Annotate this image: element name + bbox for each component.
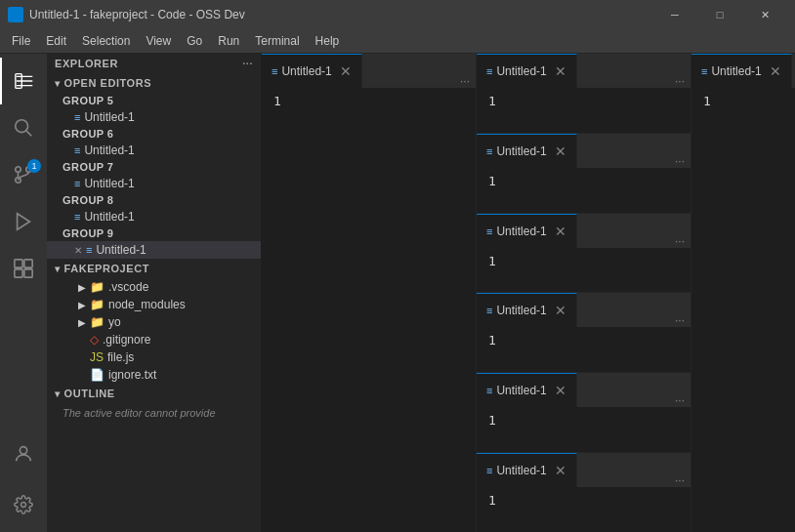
mini-tab-close-2[interactable]: ✕	[555, 143, 566, 159]
filejs-label: file.js	[107, 350, 134, 364]
close-icon-g9[interactable]: ✕	[74, 245, 82, 256]
col1-tab-bar: ≡ Untitled-1 ✕ ···	[262, 54, 476, 88]
folder-icon-node-modules: 📁	[90, 298, 105, 311]
mini-editor-2: ≡ Untitled-1 ✕ ··· 1	[477, 134, 690, 214]
menu-file[interactable]: File	[4, 32, 38, 50]
tree-yo[interactable]: ▶ 📁 yo	[47, 313, 261, 331]
mini-tab-5[interactable]: ≡ Untitled-1 ✕	[477, 373, 577, 407]
mini-content-4: 1	[477, 327, 690, 372]
mini-content-3: 1	[477, 248, 690, 293]
group7-filename: Untitled-1	[84, 177, 134, 190]
mini-tab-bar-2: ≡ Untitled-1 ✕ ···	[477, 134, 690, 168]
menu-bar: File Edit Selection View Go Run Terminal…	[0, 29, 795, 54]
col1-tab[interactable]: ≡ Untitled-1 ✕	[262, 54, 362, 88]
mini-tab-actions-6[interactable]: ···	[675, 473, 690, 487]
outline-label: OUTLINE	[64, 388, 115, 399]
yo-label: yo	[108, 315, 121, 329]
group5-filename: Untitled-1	[84, 110, 134, 124]
mini-editor-5: ≡ Untitled-1 ✕ ··· 1	[477, 373, 690, 453]
close-button[interactable]: ✕	[742, 0, 787, 29]
tree-ignoretxt[interactable]: 📄 ignore.txt	[47, 366, 261, 384]
restore-button[interactable]: □	[697, 0, 742, 29]
group-6-label: GROUP 6	[47, 126, 261, 142]
menu-terminal[interactable]: Terminal	[247, 32, 307, 50]
title-bar: Untitled-1 - fakeproject - Code - OSS De…	[0, 0, 795, 29]
col3-content: 1	[691, 88, 795, 532]
minimize-button[interactable]: ─	[652, 0, 697, 29]
activity-settings[interactable]	[0, 481, 47, 528]
activity-extensions[interactable]	[0, 245, 47, 292]
mini-tab-6[interactable]: ≡ Untitled-1 ✕	[477, 453, 577, 487]
tree-node-modules[interactable]: ▶ 📁 node_modules	[47, 296, 261, 313]
mini-tab-2[interactable]: ≡ Untitled-1 ✕	[477, 134, 577, 168]
explorer-header[interactable]: EXPLORER ···	[47, 54, 261, 73]
file-icon-g9: ≡	[86, 244, 92, 256]
mini-tab-close-6[interactable]: ✕	[555, 463, 566, 478]
menu-view[interactable]: View	[138, 32, 179, 50]
mini-tab-icon-5: ≡	[486, 385, 492, 396]
group6-file[interactable]: ≡ Untitled-1	[47, 142, 261, 159]
tree-vscode[interactable]: ▶ 📁 .vscode	[47, 278, 261, 296]
mini-content-6: 1	[477, 487, 690, 532]
mini-tab-close-1[interactable]: ✕	[555, 63, 566, 79]
group5-file[interactable]: ≡ Untitled-1	[47, 108, 261, 126]
tree-filejs[interactable]: JS file.js	[47, 348, 261, 366]
project-arrow: ▾	[55, 264, 61, 274]
mini-tab-actions-1[interactable]: ···	[675, 74, 690, 88]
activity-account[interactable]	[0, 430, 47, 477]
group9-file[interactable]: ✕ ≡ Untitled-1	[47, 241, 261, 259]
mini-tab-bar-6: ≡ Untitled-1 ✕ ···	[477, 453, 690, 487]
activity-source-control[interactable]: 1	[0, 151, 47, 198]
svg-rect-9	[24, 260, 32, 267]
mini-tab-close-3[interactable]: ✕	[555, 224, 566, 239]
svg-point-13	[21, 503, 26, 508]
activity-bar: 1	[0, 54, 47, 532]
col3-tab[interactable]: ≡ Untitled-1 ✕	[691, 54, 792, 88]
outline-empty-text: The active editor cannot provide	[47, 403, 261, 423]
col1-tab-close[interactable]: ✕	[340, 63, 352, 79]
mini-tab-actions-2[interactable]: ···	[675, 154, 690, 168]
menu-help[interactable]: Help	[308, 32, 348, 50]
col1-tab-actions[interactable]: ···	[460, 74, 476, 88]
group8-file[interactable]: ≡ Untitled-1	[47, 208, 261, 225]
mini-tab-actions-3[interactable]: ···	[675, 234, 690, 248]
open-editors-header[interactable]: ▾ OPEN EDITORS	[47, 73, 261, 93]
activity-run[interactable]	[0, 198, 47, 245]
mini-editor-3: ≡ Untitled-1 ✕ ··· 1	[477, 214, 690, 294]
mini-tab-actions-5[interactable]: ···	[675, 393, 690, 407]
mini-tab-3[interactable]: ≡ Untitled-1 ✕	[477, 214, 577, 248]
tree-gitignore[interactable]: ◇ .gitignore	[47, 331, 261, 348]
project-header[interactable]: ▾ FAKEPROJECT	[47, 259, 261, 278]
app-icon	[8, 7, 23, 22]
folder-icon-yo: 📁	[90, 315, 105, 329]
outline-header[interactable]: ▾ OUTLINE	[47, 384, 261, 403]
col1-tab-icon: ≡	[272, 65, 277, 77]
group-8-label: GROUP 8	[47, 192, 261, 208]
outline-arrow: ▾	[55, 389, 61, 399]
menu-run[interactable]: Run	[210, 32, 247, 50]
file-icon-g6: ≡	[74, 144, 80, 156]
menu-selection[interactable]: Selection	[74, 32, 138, 50]
group6-filename: Untitled-1	[84, 143, 134, 157]
col3-tab-close[interactable]: ✕	[770, 63, 781, 79]
menu-go[interactable]: Go	[179, 32, 210, 50]
activity-explorer[interactable]	[0, 58, 47, 104]
explorer-more-button[interactable]: ···	[242, 58, 253, 69]
mini-tab-1[interactable]: ≡ Untitled-1 ✕	[477, 54, 577, 88]
svg-point-5	[16, 167, 21, 173]
mini-editor-1: ≡ Untitled-1 ✕ ··· 1	[477, 54, 690, 134]
activity-search[interactable]	[0, 104, 47, 151]
mini-tab-4[interactable]: ≡ Untitled-1 ✕	[477, 293, 577, 327]
file-icon-g8: ≡	[74, 211, 80, 223]
group7-file[interactable]: ≡ Untitled-1	[47, 175, 261, 192]
group-5-label: GROUP 5	[47, 93, 261, 108]
mini-content-2: 1	[477, 168, 690, 213]
menu-edit[interactable]: Edit	[38, 32, 74, 50]
project-label: FAKEPROJECT	[64, 263, 149, 274]
node-modules-arrow: ▶	[78, 300, 86, 310]
mini-tab-icon-2: ≡	[486, 145, 492, 157]
mini-tab-close-4[interactable]: ✕	[555, 303, 566, 318]
mini-tab-close-5[interactable]: ✕	[555, 383, 566, 398]
mini-tab-actions-4[interactable]: ···	[675, 313, 690, 327]
editor-area: ≡ Untitled-1 ✕ ··· 1 ≡ Unt	[262, 54, 795, 532]
